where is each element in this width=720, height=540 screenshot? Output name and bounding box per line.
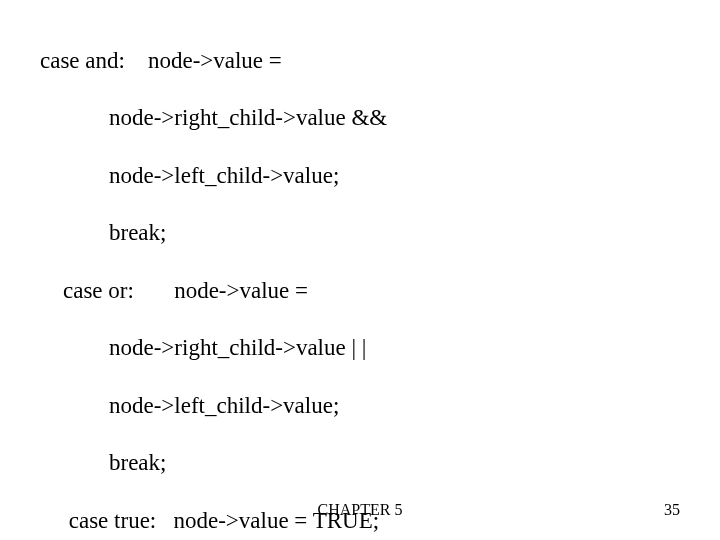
chapter-label: CHAPTER 5 bbox=[0, 500, 720, 520]
page-number: 35 bbox=[664, 500, 680, 520]
code-line: break; bbox=[40, 219, 390, 248]
code-line: node->left_child->value; bbox=[40, 162, 390, 191]
code-line: node->right_child->value && bbox=[40, 104, 390, 133]
code-line: node->right_child->value | | bbox=[40, 334, 390, 363]
code-line: node->left_child->value; bbox=[40, 392, 390, 421]
code-line: break; bbox=[40, 449, 390, 478]
code-line: case and: node->value = bbox=[40, 47, 390, 76]
code-block: case and: node->value = node->right_chil… bbox=[40, 18, 390, 540]
code-line: case or: node->value = bbox=[40, 277, 390, 306]
